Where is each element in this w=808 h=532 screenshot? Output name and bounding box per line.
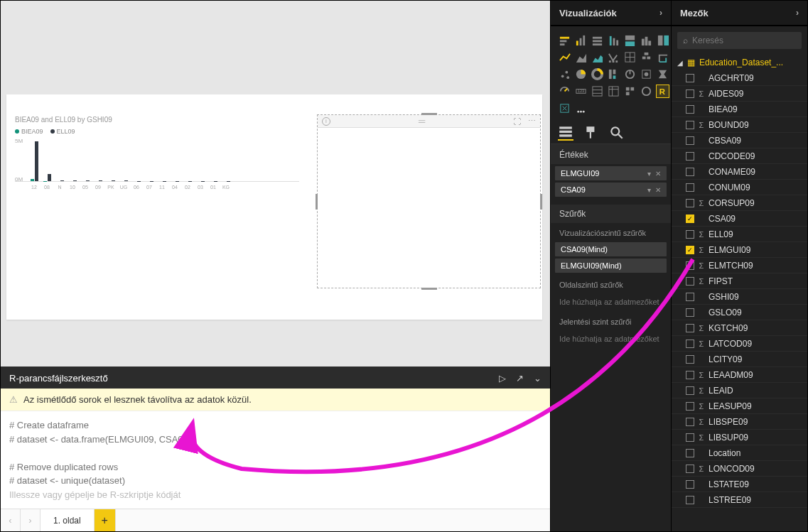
viz-type-icon[interactable] bbox=[574, 33, 588, 47]
field-row[interactable]: ΣELMTCH09 bbox=[672, 258, 807, 273]
field-row[interactable]: ΣCORSUP09 bbox=[672, 195, 807, 211]
resize-handle[interactable] bbox=[316, 194, 318, 210]
field-row[interactable]: ΣELL09 bbox=[672, 227, 807, 242]
field-checkbox[interactable] bbox=[686, 449, 694, 457]
collapse-icon[interactable]: ⌄ bbox=[534, 373, 542, 384]
field-row[interactable]: ΣLEAADM09 bbox=[672, 367, 807, 383]
field-checkbox[interactable] bbox=[686, 183, 694, 192]
field-row[interactable]: ΣLIBSUP09 bbox=[672, 430, 807, 445]
field-checkbox[interactable] bbox=[686, 355, 694, 364]
field-checkbox[interactable] bbox=[686, 496, 694, 504]
field-row[interactable]: ΣAIDES09 bbox=[672, 86, 807, 102]
field-checkbox[interactable] bbox=[686, 277, 694, 286]
viz-type-icon[interactable] bbox=[623, 33, 637, 47]
viz-type-icon[interactable] bbox=[591, 50, 604, 64]
viz-type-icon[interactable] bbox=[558, 102, 571, 115]
fields-tab-icon[interactable] bbox=[558, 125, 573, 141]
format-tab-icon[interactable] bbox=[583, 125, 599, 141]
viz-type-icon[interactable] bbox=[591, 67, 604, 81]
field-checkbox[interactable] bbox=[686, 433, 694, 442]
resize-handle[interactable] bbox=[421, 288, 437, 290]
run-script-icon[interactable]: ▷ bbox=[499, 373, 506, 384]
field-row[interactable]: Location bbox=[672, 445, 807, 461]
field-row[interactable]: ΣKGTCH09 bbox=[672, 320, 807, 336]
value-field-chip[interactable]: CSA09▾✕ bbox=[555, 183, 667, 197]
more-icon[interactable]: ⋯ bbox=[528, 116, 536, 126]
r-script-visual[interactable]: i ═ ⛶ ⋯ bbox=[317, 114, 541, 288]
viz-type-icon[interactable]: R bbox=[656, 85, 669, 98]
field-checkbox[interactable] bbox=[686, 465, 694, 473]
field-checkbox[interactable] bbox=[686, 261, 694, 270]
analytics-tab-icon[interactable] bbox=[609, 125, 625, 141]
field-row[interactable]: CDCODE09 bbox=[672, 148, 807, 164]
field-row[interactable]: BIEA09 bbox=[672, 102, 807, 117]
viz-type-icon[interactable] bbox=[558, 85, 571, 98]
tab-next[interactable]: › bbox=[21, 509, 41, 531]
viz-type-icon[interactable] bbox=[591, 33, 604, 47]
field-row[interactable]: AGCHRT09 bbox=[672, 70, 807, 86]
field-row[interactable]: ✓ΣELMGUI09 bbox=[672, 242, 807, 258]
viz-type-icon[interactable] bbox=[607, 85, 620, 98]
resize-handle[interactable] bbox=[540, 194, 542, 210]
detach-icon[interactable]: ↗ bbox=[516, 373, 524, 384]
field-checkbox[interactable] bbox=[686, 308, 694, 317]
field-row[interactable]: GSHI09 bbox=[672, 289, 807, 305]
viz-type-icon[interactable] bbox=[558, 67, 571, 81]
filter-chip[interactable]: CSA09(Mind) bbox=[555, 242, 667, 256]
field-checkbox[interactable] bbox=[686, 121, 694, 129]
value-field-chip[interactable]: ELMGUI09▾✕ bbox=[555, 166, 667, 180]
field-checkbox[interactable] bbox=[686, 324, 694, 332]
field-row[interactable]: CONAME09 bbox=[672, 164, 807, 180]
field-checkbox[interactable] bbox=[686, 230, 694, 239]
field-row[interactable]: LSTATE09 bbox=[672, 477, 807, 492]
field-row[interactable]: ΣBOUND09 bbox=[672, 117, 807, 133]
field-checkbox[interactable] bbox=[686, 136, 694, 145]
info-icon[interactable]: i bbox=[322, 117, 330, 126]
resize-handle[interactable] bbox=[421, 113, 437, 115]
chevron-down-icon[interactable]: ▾ bbox=[647, 186, 651, 194]
collapse-panel-icon[interactable]: › bbox=[659, 8, 662, 18]
page-filter-dropzone[interactable]: Ide húzhatja az adatmezőket bbox=[551, 292, 671, 312]
viz-type-icon[interactable] bbox=[574, 67, 588, 81]
filter-chip[interactable]: ELMGUI09(Mind) bbox=[555, 259, 667, 273]
field-row[interactable]: LSTREE09 bbox=[672, 492, 807, 508]
field-checkbox[interactable] bbox=[686, 293, 694, 301]
viz-type-icon[interactable] bbox=[640, 85, 653, 98]
search-input[interactable] bbox=[692, 36, 796, 45]
viz-type-icon[interactable] bbox=[656, 33, 669, 47]
field-checkbox[interactable] bbox=[686, 105, 694, 114]
table-header[interactable]: ◢ ▦ Education_Dataset_... bbox=[672, 55, 807, 70]
field-row[interactable]: ΣFIPST bbox=[672, 273, 807, 289]
r-code-editor[interactable]: # Create dataframe # dataset <- data.fra… bbox=[1, 411, 550, 509]
field-checkbox[interactable] bbox=[686, 199, 694, 207]
field-row[interactable]: ΣLEAID bbox=[672, 383, 807, 398]
chevron-down-icon[interactable]: ▾ bbox=[647, 170, 651, 178]
field-checkbox[interactable] bbox=[686, 480, 694, 489]
viz-type-icon[interactable] bbox=[623, 85, 637, 98]
field-row[interactable]: GSLO09 bbox=[672, 305, 807, 320]
fields-search[interactable]: ⌕ bbox=[677, 32, 802, 49]
viz-type-icon[interactable] bbox=[607, 33, 620, 47]
viz-type-icon[interactable] bbox=[607, 67, 620, 81]
field-checkbox[interactable] bbox=[686, 168, 694, 176]
field-row[interactable]: CONUM09 bbox=[672, 180, 807, 195]
viz-type-icon[interactable] bbox=[656, 67, 669, 81]
viz-type-icon[interactable] bbox=[656, 50, 669, 64]
field-row[interactable]: ΣLATCOD09 bbox=[672, 336, 807, 352]
field-row[interactable]: ΣLIBSPE09 bbox=[672, 414, 807, 430]
add-page-button[interactable]: + bbox=[95, 509, 116, 531]
remove-icon[interactable]: ✕ bbox=[655, 170, 661, 178]
field-row[interactable]: ΣLEASUP09 bbox=[672, 398, 807, 414]
field-checkbox[interactable]: ✓ bbox=[686, 215, 694, 223]
report-canvas[interactable]: BIEA09 and ELL09 by GSHI09 BIEA09 ELL09 … bbox=[1, 1, 550, 367]
viz-type-icon[interactable] bbox=[623, 50, 637, 64]
field-checkbox[interactable] bbox=[686, 340, 694, 348]
field-checkbox[interactable] bbox=[686, 386, 694, 395]
viz-type-icon[interactable] bbox=[640, 50, 653, 64]
bar-chart-visual[interactable]: BIEA09 and ELL09 by GSHI09 BIEA09 ELL09 … bbox=[15, 116, 299, 208]
remove-icon[interactable]: ✕ bbox=[655, 186, 661, 194]
field-row[interactable]: LCITY09 bbox=[672, 352, 807, 367]
field-checkbox[interactable] bbox=[686, 402, 694, 411]
viz-type-icon[interactable] bbox=[591, 85, 604, 98]
viz-type-icon[interactable] bbox=[574, 50, 588, 64]
